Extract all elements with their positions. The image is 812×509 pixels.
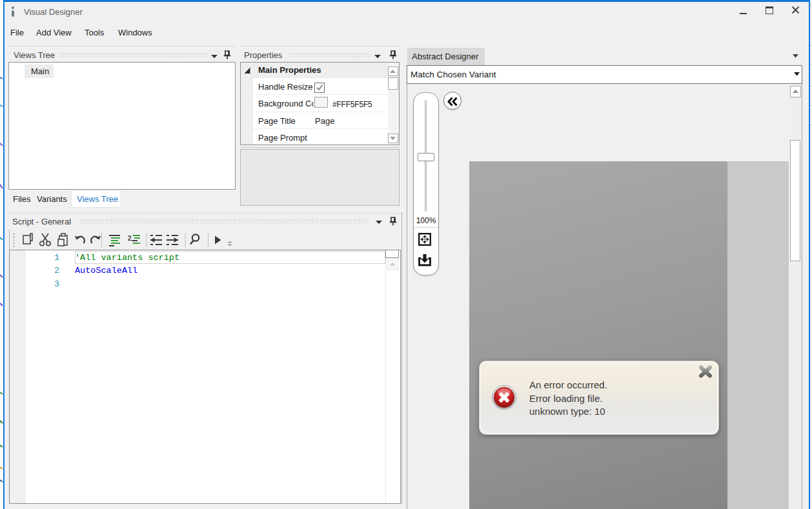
svg-text:2: 2 [128, 235, 132, 242]
